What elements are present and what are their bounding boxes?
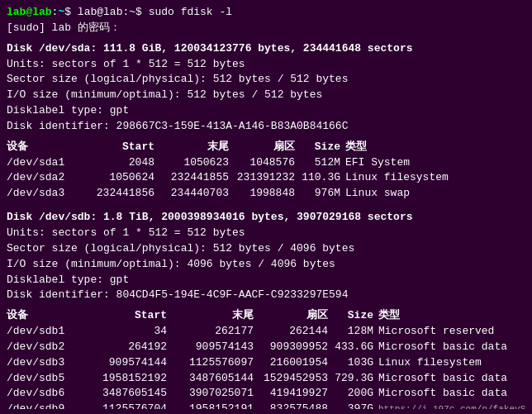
disk1-sda3-size: 976M xyxy=(300,186,345,202)
disk2-sdb6-start: 3487605145 xyxy=(85,386,172,402)
disk2-sdb2-size: 433.6G xyxy=(333,340,378,355)
disk2-sdb3-device: /dev/sdb3 xyxy=(7,355,85,371)
disk1-col-sectors: 扇区 xyxy=(234,140,300,155)
password-line: [sudo] lab 的密码： xyxy=(7,21,525,36)
disk1-sda2-start: 1050624 xyxy=(85,170,159,186)
disk2-sdb5-start: 1958152192 xyxy=(85,371,172,387)
disk2-sdb5-sectors: 1529452953 xyxy=(259,371,333,387)
disk1-sector-size: Sector size (logical/physical): 512 byte… xyxy=(7,72,525,88)
disk2-sdb2-type: Microsoft basic data xyxy=(378,340,525,355)
disk2-disklabel: Disklabel type: gpt xyxy=(7,273,525,288)
disk2-sdb9-size: 397G xyxy=(333,402,378,409)
disk2-sdb2-sectors: 909309952 xyxy=(259,340,333,355)
disk2-sdb1-device: /dev/sdb1 xyxy=(7,324,85,340)
disk2-sdb1-size: 128M xyxy=(333,324,378,340)
disk2-sdb9-sectors: 832575488 xyxy=(259,402,333,409)
disk1-col-device: 设备 xyxy=(7,140,85,155)
disk2-sdb9-start: 1125576704 xyxy=(85,402,172,409)
disk1-row-sda3: /dev/sda3 232441856 234440703 1998848 97… xyxy=(7,186,454,202)
disk1-sda1-sectors: 1048576 xyxy=(234,155,300,171)
disk2-sdb2-end: 909574143 xyxy=(172,340,259,355)
disk2-sdb3-type: Linux filesystem xyxy=(378,355,525,371)
disk1-sda1-type: EFI System xyxy=(345,155,454,171)
disk2-sdb6-end: 3907025071 xyxy=(172,386,259,402)
disk2-io-size: I/O size (minimum/optimal): 4096 bytes /… xyxy=(7,257,525,273)
disk1-sda1-device: /dev/sda1 xyxy=(7,155,85,171)
disk1-sda3-start: 232441856 xyxy=(85,186,159,202)
disk1-sda3-sectors: 1998848 xyxy=(234,186,300,202)
disk2-row-sdb2: /dev/sdb2 264192 909574143 909309952 433… xyxy=(7,340,525,355)
disk2-col-device: 设备 xyxy=(7,308,85,324)
disk2-sdb6-size: 200G xyxy=(333,386,378,402)
disk2-col-type: 类型 xyxy=(378,308,525,324)
disk2-sdb1-sectors: 262144 xyxy=(259,324,333,340)
disk2-col-end: 末尾 xyxy=(172,308,259,324)
disk1-io-size: I/O size (minimum/optimal): 512 bytes / … xyxy=(7,88,525,103)
disk2-sdb2-device: /dev/sdb2 xyxy=(7,340,85,355)
disk1-identifier: Disk identifier: 298667C3-159E-413A-A146… xyxy=(7,119,525,135)
disk1-sda2-end: 232441855 xyxy=(159,170,234,186)
disk1-col-end: 末尾 xyxy=(159,140,234,155)
disk2-sdb3-start: 909574144 xyxy=(85,355,172,371)
prompt-line: lab@lab:~$ lab@lab:~$ sudo fdisk -l xyxy=(7,5,525,21)
disk2-identifier: Disk identifier: 804CD4F5-194E-4C9F-AACF… xyxy=(7,288,525,303)
disk2-sdb5-end: 3487605144 xyxy=(172,371,259,387)
disk1-row-sda2: /dev/sda2 1050624 232441855 231391232 11… xyxy=(7,170,454,186)
disk1-sda2-size: 110.3G xyxy=(300,170,345,186)
disk2-row-sdb9: /dev/sdb9 1125576704 1958152191 83257548… xyxy=(7,402,525,409)
disk1-sda2-device: /dev/sda2 xyxy=(7,170,85,186)
disk1-col-type: 类型 xyxy=(345,140,454,155)
disk1-sda1-end: 1050623 xyxy=(159,155,234,171)
disk1-sda3-type: Linux swap xyxy=(345,186,454,202)
disk1-sda3-device: /dev/sda3 xyxy=(7,186,85,202)
disk1-col-start: Start xyxy=(85,140,159,155)
disk2-col-sectors: 扇区 xyxy=(259,308,333,324)
disk2-sdb9-device: /dev/sdb9 xyxy=(7,402,85,409)
disk2-sdb1-end: 262177 xyxy=(172,324,259,340)
terminal: lab@lab:~$ lab@lab:~$ sudo fdisk -l [sud… xyxy=(7,5,525,409)
disk1-col-size: Size xyxy=(300,140,345,155)
disk2-sdb5-size: 729.3G xyxy=(333,371,378,387)
disk2-col-start: Start xyxy=(85,308,172,324)
disk2-col-size: Size xyxy=(333,308,378,324)
disk2-row-sdb3: /dev/sdb3 909574144 1125576097 216001954… xyxy=(7,355,525,371)
disk2-sdb1-type: Microsoft reserved xyxy=(378,324,525,340)
disk2-sdb6-device: /dev/sdb6 xyxy=(7,386,85,402)
disk2-sdb9-type: https://i.197c.com/n/fakeySystem2307 xyxy=(378,402,525,409)
disk2-sector-size: Sector size (logical/physical): 512 byte… xyxy=(7,241,525,257)
disk1-sda1-start: 2048 xyxy=(85,155,159,171)
disk2-sdb5-type: Microsoft basic data xyxy=(378,371,525,387)
disk2-sdb9-end: 1958152191 xyxy=(172,402,259,409)
disk1-sda1-size: 512M xyxy=(300,155,345,171)
disk2-sdb5-device: /dev/sdb5 xyxy=(7,371,85,387)
disk1-table: 设备 Start 末尾 扇区 Size 类型 /dev/sda1 2048 10… xyxy=(7,140,525,202)
disk2-table: 设备 Start 末尾 扇区 Size 类型 /dev/sdb1 34 2621… xyxy=(7,308,525,409)
disk2-header: Disk /dev/sdb: 1.8 TiB, 2000398934016 by… xyxy=(7,210,525,226)
disk1-header: Disk /dev/sda: 111.8 GiB, 120034123776 b… xyxy=(7,41,525,57)
disk1-sda2-sectors: 231391232 xyxy=(234,170,300,186)
disk2-units: Units: sectors of 1 * 512 = 512 bytes xyxy=(7,226,525,241)
disk2-sdb3-end: 1125576097 xyxy=(172,355,259,371)
disk2-sdb1-start: 34 xyxy=(85,324,172,340)
disk1-sda3-end: 234440703 xyxy=(159,186,234,202)
disk2-row-sdb5: /dev/sdb5 1958152192 3487605144 15294529… xyxy=(7,371,525,387)
disk2-sdb6-type: Microsoft basic data xyxy=(378,386,525,402)
disk1-sda2-type: Linux filesystem xyxy=(345,170,454,186)
disk1-units: Units: sectors of 1 * 512 = 512 bytes xyxy=(7,57,525,73)
disk2-row-sdb6: /dev/sdb6 3487605145 3907025071 41941992… xyxy=(7,386,525,402)
disk2-sdb6-sectors: 419419927 xyxy=(259,386,333,402)
prompt-command: lab@lab:~$ sudo fdisk -l xyxy=(78,6,232,18)
disk2-sdb3-sectors: 216001954 xyxy=(259,355,333,371)
disk2-sdb3-size: 103G xyxy=(333,355,378,371)
disk2-sdb2-start: 264192 xyxy=(85,340,172,355)
disk1-disklabel: Disklabel type: gpt xyxy=(7,103,525,119)
disk1-row-sda1: /dev/sda1 2048 1050623 1048576 512M EFI … xyxy=(7,155,454,171)
disk2-row-sdb1: /dev/sdb1 34 262177 262144 128M Microsof… xyxy=(7,324,525,340)
prompt-dollar: $ xyxy=(64,6,78,18)
footer-url: https://i.197c.com/n/fakeySystem2307 xyxy=(378,404,525,409)
prompt-user: lab@lab xyxy=(7,6,52,18)
